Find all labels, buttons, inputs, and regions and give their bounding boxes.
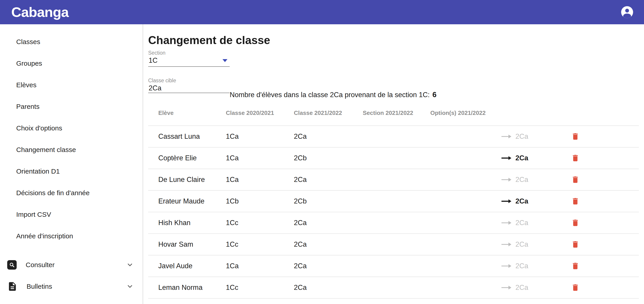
dropdown-triangle-icon xyxy=(222,59,228,62)
cell-classe-2020-2021: 1Ca xyxy=(226,133,294,141)
cell-eleve: Leman Norma xyxy=(158,284,226,292)
cell-classe-2021-2022: 2Ca xyxy=(294,262,363,270)
sidebar-item-label: Parents xyxy=(16,103,40,110)
section-select[interactable]: 1C xyxy=(148,56,230,67)
sidebar-item-label: Changement classe xyxy=(16,146,76,153)
sidebar-item-bulletins[interactable]: Bulletins xyxy=(0,276,142,297)
delete-button[interactable] xyxy=(571,261,580,271)
sidebar-item-7[interactable]: Décisions de fin d'année xyxy=(0,182,142,204)
cell-actions xyxy=(571,218,639,228)
cell-actions xyxy=(571,132,639,142)
cell-eleve: Hish Khan xyxy=(158,219,226,227)
classe-cible-input[interactable] xyxy=(148,84,229,92)
cell-classe-2020-2021: 1Cb xyxy=(226,197,294,205)
cell-eleve: Javel Aude xyxy=(158,262,226,270)
student-count-label: Nombre d'élèves dans la classe 2Ca prove… xyxy=(230,91,430,99)
cell-eleve: De Lune Claire xyxy=(158,176,226,184)
target-class-label: 2Ca xyxy=(516,219,528,227)
table-row: Coptère Elie 1Ca 2Cb 2Ca xyxy=(148,148,639,169)
delete-button[interactable] xyxy=(571,132,580,142)
arrow-right-icon xyxy=(501,263,512,269)
arrow-right-icon xyxy=(501,284,512,291)
target-class-label: 2Ca xyxy=(516,154,528,162)
cell-target-class: 2Ca xyxy=(501,262,571,270)
arrow-right-icon xyxy=(501,133,512,140)
sidebar-item-1[interactable]: Groupes xyxy=(0,53,142,74)
cell-classe-2021-2022: 2Cb xyxy=(294,197,363,205)
student-count-value: 6 xyxy=(432,91,436,99)
cell-target-class: 2Ca xyxy=(501,284,571,292)
sidebar-item-2[interactable]: Elèves xyxy=(0,74,142,96)
app-logo: Cabanga xyxy=(11,5,69,19)
classe-cible-field-label: Classe cible xyxy=(148,78,639,84)
delete-button[interactable] xyxy=(571,283,580,293)
sidebar-item-4[interactable]: Choix d'options xyxy=(0,117,142,139)
classe-cible-field xyxy=(148,84,230,93)
app-header: Cabanga xyxy=(0,0,644,24)
sidebar-item-label: Consulter xyxy=(26,261,54,269)
arrow-right-icon xyxy=(501,241,512,248)
cell-classe-2021-2022: 2Ca xyxy=(294,219,363,227)
account-circle-icon[interactable] xyxy=(620,6,634,19)
sidebar-item-8[interactable]: Import CSV xyxy=(0,204,142,225)
cell-classe-2020-2021: 1Ca xyxy=(226,154,294,162)
sidebar-item-consulter[interactable]: Consulter xyxy=(0,254,142,276)
sidebar-item-label: Import CSV xyxy=(16,211,51,218)
sidebar: Classes Groupes Elèves Parents Choix d'o… xyxy=(0,24,143,304)
sidebar-item-0[interactable]: Classes xyxy=(0,31,142,53)
search-document-icon xyxy=(7,260,17,270)
col-header-eleve: Elève xyxy=(158,110,226,117)
col-header-classe-2021-2022: Classe 2021/2022 xyxy=(294,110,363,117)
cell-target-class: 2Ca xyxy=(501,154,571,162)
sidebar-item-label: Orientation D1 xyxy=(16,167,60,175)
sidebar-bottom-group: Consulter Bulletins xyxy=(0,254,142,304)
target-class-label: 2Ca xyxy=(516,284,528,292)
cell-target-class: 2Ca xyxy=(501,176,571,184)
cell-actions xyxy=(571,153,639,163)
delete-button[interactable] xyxy=(571,153,580,163)
sidebar-item-label: Choix d'options xyxy=(16,124,62,132)
col-header-classe-2020-2021: Classe 2020/2021 xyxy=(226,110,294,117)
table-row: De Lune Claire 1Ca 2Ca 2Ca xyxy=(148,169,639,191)
target-class-label: 2Ca xyxy=(516,240,528,248)
cell-actions xyxy=(571,239,639,249)
table-row: Javel Aude 1Ca 2Ca 2Ca xyxy=(148,255,639,277)
sidebar-item-label: Bulletins xyxy=(26,283,52,290)
chevron-down-icon[interactable] xyxy=(126,261,134,269)
col-header-options-2021-2022: Option(s) 2021/2022 xyxy=(430,110,501,117)
cell-classe-2021-2022: 2Ca xyxy=(294,284,363,292)
cell-target-class: 2Ca xyxy=(501,219,571,227)
sidebar-item-label: Année d'inscription xyxy=(16,232,73,240)
sidebar-nav-list: Classes Groupes Elèves Parents Choix d'o… xyxy=(0,31,142,247)
sidebar-item-label: Classes xyxy=(16,38,40,46)
delete-button[interactable] xyxy=(571,196,580,206)
sidebar-item-9[interactable]: Année d'inscription xyxy=(0,225,142,247)
cell-eleve: Erateur Maude xyxy=(158,197,226,205)
arrow-right-icon xyxy=(501,198,512,205)
cell-classe-2021-2022: 2Cb xyxy=(294,154,363,162)
cell-target-class: 2Ca xyxy=(501,133,571,141)
cell-classe-2020-2021: 1Cc xyxy=(226,219,294,227)
table-row: Erateur Maude 1Cb 2Cb 2Ca xyxy=(148,191,639,212)
cell-classe-2021-2022: 2Ca xyxy=(294,176,363,184)
target-class-label: 2Ca xyxy=(516,197,528,205)
col-header-section-2021-2022: Section 2021/2022 xyxy=(363,110,430,117)
sidebar-item-label: Groupes xyxy=(16,60,42,67)
student-count-text: Nombre d'élèves dans la classe 2Ca prove… xyxy=(230,91,436,99)
section-select-value: 1C xyxy=(148,56,158,65)
cell-classe-2021-2022: 2Ca xyxy=(294,133,363,141)
delete-button[interactable] xyxy=(571,175,580,185)
table-body: Cassart Luna 1Ca 2Ca 2Ca Coptère Elie 1C… xyxy=(148,126,639,299)
sidebar-item-6[interactable]: Orientation D1 xyxy=(0,160,142,182)
target-class-label: 2Ca xyxy=(516,133,528,141)
sidebar-item-5[interactable]: Changement classe xyxy=(0,139,142,160)
page-title: Changement de classe xyxy=(148,34,639,47)
delete-button[interactable] xyxy=(571,239,580,249)
sidebar-item-3[interactable]: Parents xyxy=(0,96,142,117)
table-row: Hish Khan 1Cc 2Ca 2Ca xyxy=(148,212,639,234)
chevron-down-icon[interactable] xyxy=(126,283,134,291)
cell-target-class: 2Ca xyxy=(501,240,571,248)
delete-button[interactable] xyxy=(571,218,580,228)
cell-classe-2020-2021: 1Ca xyxy=(226,262,294,270)
cell-eleve: Hovar Sam xyxy=(158,240,226,248)
